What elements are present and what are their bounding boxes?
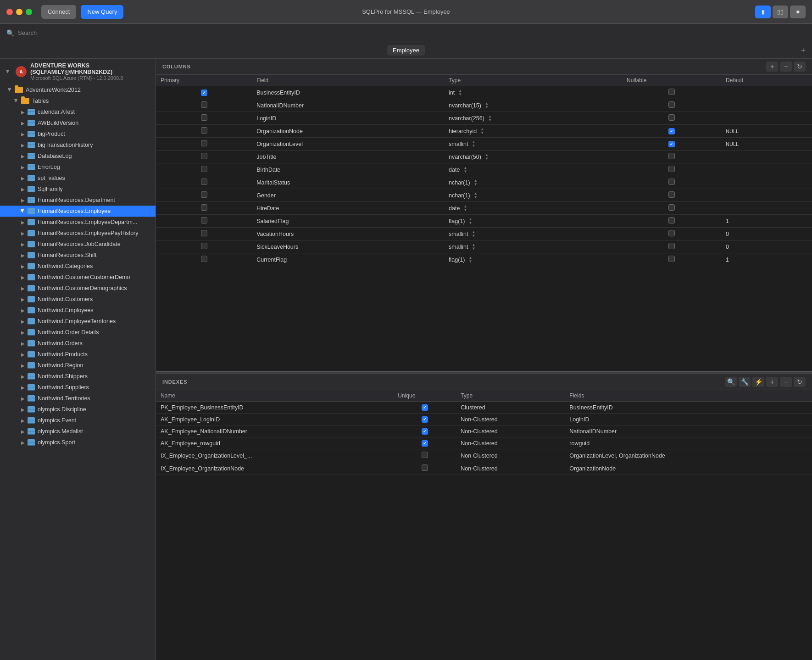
columns-table-scroll[interactable]: Primary Field Type Nullable Default Busi…: [156, 75, 812, 371]
sort-arrows-icon[interactable]: ▲▼: [458, 89, 462, 96]
sort-arrows-icon[interactable]: ▲▼: [472, 243, 475, 251]
unique-checkbox[interactable]: [422, 452, 428, 458]
table-item-olympics-sport[interactable]: ▶ olympics.Sport: [0, 437, 156, 448]
primary-checkbox[interactable]: [201, 101, 207, 108]
col-nullable[interactable]: [622, 112, 721, 125]
table-item-nw-shippers[interactable]: ▶ Northwind.Shippers: [0, 371, 156, 382]
table-item-nw-territories[interactable]: ▶ Northwind.Territories: [0, 393, 156, 404]
sort-arrows-icon[interactable]: ▲▼: [463, 166, 467, 173]
nullable-checkbox[interactable]: [668, 114, 675, 121]
sort-arrows-icon[interactable]: ▲▼: [485, 153, 489, 161]
primary-checkbox[interactable]: [201, 217, 207, 224]
col-primary[interactable]: [156, 228, 252, 241]
col-nullable[interactable]: [622, 215, 721, 228]
close-traffic-light[interactable]: [6, 9, 13, 15]
sort-arrows-icon[interactable]: ▲▼: [488, 115, 492, 122]
col-primary[interactable]: [156, 86, 252, 99]
sort-arrows-icon[interactable]: ▲▼: [472, 140, 475, 148]
table-item-nw-categories[interactable]: ▶ Northwind.Categories: [0, 261, 156, 272]
sort-arrows-icon[interactable]: ▲▼: [472, 230, 475, 238]
view-single-button[interactable]: ▮: [755, 6, 771, 18]
table-item-nw-employeeterritories[interactable]: ▶ Northwind.EmployeeTerritories: [0, 316, 156, 327]
table-item-nw-employees[interactable]: ▶ Northwind.Employees: [0, 305, 156, 316]
col-primary[interactable]: [156, 125, 252, 138]
col-primary[interactable]: [156, 99, 252, 112]
sort-arrows-icon[interactable]: ▲▼: [480, 128, 484, 135]
view-triple-button[interactable]: ■: [790, 6, 806, 18]
table-item-databaselog[interactable]: ▶ DatabaseLog: [0, 151, 156, 162]
primary-checkbox[interactable]: [201, 127, 207, 134]
nullable-checkbox[interactable]: [668, 217, 675, 224]
indexes-flash-button[interactable]: ⚡: [752, 377, 764, 387]
col-primary[interactable]: [156, 151, 252, 163]
unique-checkbox[interactable]: [422, 404, 428, 411]
tables-folder[interactable]: ▶ Tables: [0, 95, 156, 106]
col-nullable[interactable]: [622, 189, 721, 202]
unique-checkbox[interactable]: [422, 464, 428, 471]
indexes-wrench-button[interactable]: 🔧: [739, 377, 751, 387]
primary-checkbox[interactable]: [201, 89, 207, 96]
nullable-checkbox[interactable]: [668, 256, 675, 262]
table-item-olympics-medalist[interactable]: ▶ olympics.Medalist: [0, 426, 156, 437]
col-primary[interactable]: [156, 163, 252, 176]
indexes-add-button[interactable]: +: [766, 377, 778, 387]
sort-arrows-icon[interactable]: ▲▼: [474, 192, 478, 199]
table-item-nw-orderdetails[interactable]: ▶ Northwind.Order Details: [0, 327, 156, 338]
col-primary[interactable]: [156, 112, 252, 125]
sort-arrows-icon[interactable]: ▲▼: [485, 102, 489, 109]
table-item-nw-customers[interactable]: ▶ Northwind.Customers: [0, 294, 156, 305]
nullable-checkbox[interactable]: [668, 191, 675, 198]
primary-checkbox[interactable]: [201, 140, 207, 146]
table-item-nw-customercustomerdemo[interactable]: ▶ Northwind.CustomerCustomerDemo: [0, 272, 156, 283]
columns-add-button[interactable]: +: [766, 62, 778, 72]
table-item-nw-region[interactable]: ▶ Northwind.Region: [0, 360, 156, 371]
primary-checkbox[interactable]: [201, 114, 207, 121]
primary-checkbox[interactable]: [201, 243, 207, 249]
sort-arrows-icon[interactable]: ▲▼: [469, 218, 473, 225]
col-nullable[interactable]: [622, 202, 721, 215]
table-item-bigproduct[interactable]: ▶ bigProduct: [0, 129, 156, 140]
primary-checkbox[interactable]: [201, 256, 207, 262]
table-item-olympics-discipline[interactable]: ▶ olympics.Discipline: [0, 404, 156, 415]
nullable-checkbox[interactable]: [668, 141, 675, 147]
nullable-checkbox[interactable]: [668, 153, 675, 159]
col-nullable[interactable]: [622, 99, 721, 112]
sort-arrows-icon[interactable]: ▲▼: [463, 205, 467, 212]
unique-checkbox[interactable]: [422, 428, 428, 435]
table-item-hr-employeedepartment[interactable]: ▶ HumanResources.EmployeeDepartm...: [0, 217, 156, 228]
fullscreen-traffic-light[interactable]: [26, 9, 32, 15]
col-nullable[interactable]: [622, 151, 721, 163]
primary-checkbox[interactable]: [201, 230, 207, 236]
view-split-button[interactable]: ▯▯: [773, 6, 788, 18]
col-nullable[interactable]: [622, 125, 721, 138]
col-primary[interactable]: [156, 189, 252, 202]
nullable-checkbox[interactable]: [668, 204, 675, 211]
table-item-nw-orders[interactable]: ▶ Northwind.Orders: [0, 338, 156, 349]
col-primary[interactable]: [156, 241, 252, 253]
search-input[interactable]: [18, 29, 806, 36]
table-item-awbuildversion[interactable]: ▶ AWBuildVersion: [0, 117, 156, 129]
indexes-refresh-button[interactable]: ↻: [794, 377, 806, 387]
columns-remove-button[interactable]: −: [780, 62, 792, 72]
new-tab-button[interactable]: +: [801, 46, 806, 55]
primary-checkbox[interactable]: [201, 179, 207, 185]
unique-checkbox[interactable]: [422, 416, 428, 423]
col-nullable[interactable]: [622, 163, 721, 176]
table-item-hr-employee[interactable]: ▶ HumanResources.Employee: [0, 206, 156, 217]
table-item-hr-jobcandidate[interactable]: ▶ HumanResources.JobCandidate: [0, 239, 156, 250]
primary-checkbox[interactable]: [201, 191, 207, 198]
table-item-hr-shift[interactable]: ▶ HumanResources.Shift: [0, 250, 156, 261]
nullable-checkbox[interactable]: [668, 243, 675, 249]
col-primary[interactable]: [156, 176, 252, 189]
connect-button[interactable]: Connect: [41, 5, 76, 19]
table-item-hr-employeepayhistory[interactable]: ▶ HumanResources.EmployeePayHistory: [0, 228, 156, 239]
nullable-checkbox[interactable]: [668, 89, 675, 95]
indexes-remove-button[interactable]: −: [780, 377, 792, 387]
table-item-nw-products[interactable]: ▶ Northwind.Products: [0, 349, 156, 360]
sort-arrows-icon[interactable]: ▲▼: [469, 256, 473, 263]
nullable-checkbox[interactable]: [668, 128, 675, 134]
schema-item[interactable]: ▶ AdventureWorks2012: [0, 84, 156, 95]
new-query-button[interactable]: New Query: [81, 5, 123, 19]
col-nullable[interactable]: [622, 228, 721, 241]
col-primary[interactable]: [156, 138, 252, 151]
